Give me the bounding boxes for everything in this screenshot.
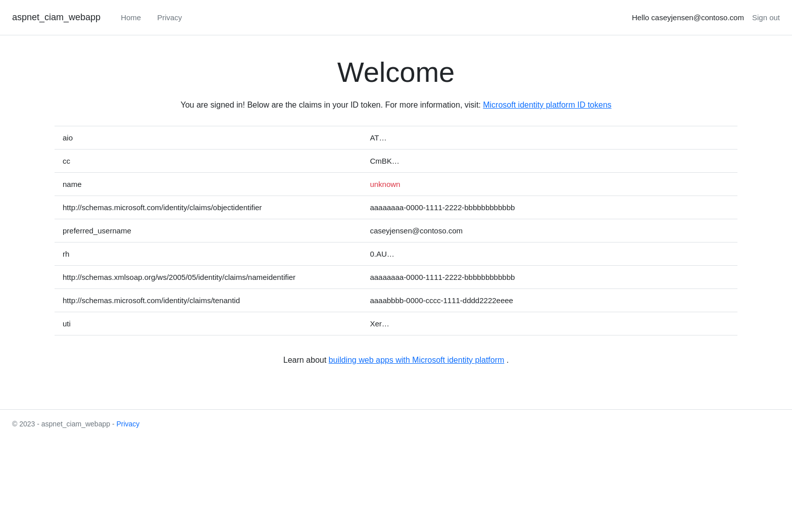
claim-key: preferred_username — [55, 219, 362, 243]
claim-key: uti — [55, 312, 362, 335]
signed-in-description: You are signed in! Below are the claims … — [55, 101, 737, 110]
main-content: Welcome You are signed in! Below are the… — [42, 35, 750, 409]
footer-privacy-link[interactable]: Privacy — [116, 420, 139, 428]
learn-text-before: Learn about — [283, 356, 329, 364]
claim-key: http://schemas.xmlsoap.org/ws/2005/05/id… — [55, 266, 362, 289]
claim-key: rh — [55, 243, 362, 266]
claim-key: name — [55, 173, 362, 196]
claim-value: CmBK… — [362, 150, 737, 173]
learn-link[interactable]: building web apps with Microsoft identit… — [329, 356, 505, 364]
learn-text-after: . — [507, 356, 509, 364]
welcome-heading: Welcome — [55, 56, 737, 88]
ms-identity-link[interactable]: Microsoft identity platform ID tokens — [483, 101, 611, 109]
navbar: aspnet_ciam_webapp Home Privacy Hello ca… — [0, 0, 792, 35]
table-row: preferred_usernamecaseyjensen@contoso.co… — [55, 219, 737, 243]
sign-out-button[interactable]: Sign out — [752, 13, 780, 22]
table-row: http://schemas.microsoft.com/identity/cl… — [55, 196, 737, 219]
nav-hello: Hello caseyjensen@contoso.com — [632, 13, 744, 22]
claim-value: aaaabbbb-0000-cccc-1111-dddd2222eeee — [362, 289, 737, 312]
claim-key: aio — [55, 126, 362, 150]
claim-value: aaaaaaaa-0000-1111-2222-bbbbbbbbbbbb — [362, 266, 737, 289]
claim-value: unknown — [362, 173, 737, 196]
nav-link-home[interactable]: Home — [117, 11, 145, 24]
claim-value: aaaaaaaa-0000-1111-2222-bbbbbbbbbbbb — [362, 196, 737, 219]
claim-value: AT… — [362, 126, 737, 150]
claim-value: Xer… — [362, 312, 737, 335]
claim-value: caseyjensen@contoso.com — [362, 219, 737, 243]
table-row: http://schemas.microsoft.com/identity/cl… — [55, 289, 737, 312]
nav-brand[interactable]: aspnet_ciam_webapp — [12, 12, 101, 23]
table-row: http://schemas.xmlsoap.org/ws/2005/05/id… — [55, 266, 737, 289]
nav-link-privacy[interactable]: Privacy — [153, 11, 186, 24]
table-row: rh0.AU… — [55, 243, 737, 266]
signed-in-text: You are signed in! Below are the claims … — [180, 101, 480, 109]
table-row: nameunknown — [55, 173, 737, 196]
table-row: utiXer… — [55, 312, 737, 335]
claims-table: aioAT…ccCmBK…nameunknownhttp://schemas.m… — [55, 126, 737, 335]
footer: © 2023 - aspnet_ciam_webapp - Privacy — [0, 409, 792, 438]
claim-value: 0.AU… — [362, 243, 737, 266]
table-row: ccCmBK… — [55, 150, 737, 173]
footer-copyright: © 2023 - aspnet_ciam_webapp - — [12, 420, 116, 428]
claim-key: http://schemas.microsoft.com/identity/cl… — [55, 196, 362, 219]
table-row: aioAT… — [55, 126, 737, 150]
claim-key: http://schemas.microsoft.com/identity/cl… — [55, 289, 362, 312]
learn-section: Learn about building web apps with Micro… — [55, 356, 737, 365]
nav-right: Hello caseyjensen@contoso.com Sign out — [632, 13, 780, 22]
nav-links: Home Privacy — [117, 11, 632, 24]
claim-key: cc — [55, 150, 362, 173]
